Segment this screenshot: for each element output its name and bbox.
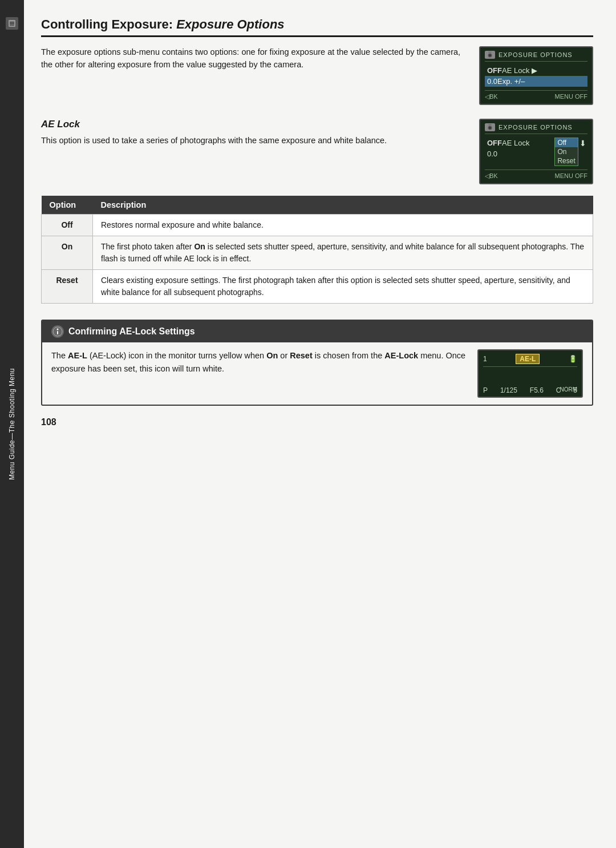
col2-header: Description: [93, 196, 593, 215]
cs2-aelock: AE Lock: [502, 139, 529, 147]
svg-rect-7: [488, 51, 492, 53]
cs1-footer-left: ◁BK: [485, 93, 498, 100]
cs2-footer-left: ◁BK: [485, 172, 498, 180]
cs2-title: EXPOSURE OPTIONS: [499, 124, 573, 131]
confirm-title: Confirming AE-Lock Settings: [68, 326, 195, 337]
monitor-norm: NORM: [560, 386, 577, 393]
table-header: Option Description: [42, 196, 593, 215]
sidebar: Menu Guide—The Shooting Menu: [0, 0, 24, 848]
title-plain: Controlling Exposure:: [41, 17, 176, 31]
table-body: Off Restores normal exposure and white b…: [42, 215, 593, 304]
svg-point-10: [489, 127, 491, 129]
camera-icon-2: [485, 123, 495, 131]
monitor-mockup: 1 AE-L 🔋 P 1/125 F5.6 C 5 NORM: [477, 349, 583, 398]
row3-desc: Clears existing exposure settings. The f…: [93, 270, 593, 304]
camera-icon-1: [485, 51, 495, 59]
cs2-off: OFF: [487, 139, 502, 147]
cs2-main-items: OFFAE Lock 0.0: [485, 138, 532, 159]
cs1-exp: Exp. +/–: [497, 77, 525, 86]
monitor-ae-badge: AE-L: [516, 354, 540, 364]
title-italic: Exposure Options: [176, 17, 284, 31]
main-content: Controlling Exposure: Exposure Options T…: [24, 0, 616, 848]
row2-desc: The first photo taken after On is select…: [93, 236, 593, 270]
cs1-val: 0.0: [487, 77, 497, 86]
monitor-frame-count: 1: [483, 355, 487, 363]
monitor-aperture: F5.6: [530, 386, 544, 394]
camera-screen-2: EXPOSURE OPTIONS OFFAE Lock 0.0 Off On: [479, 119, 593, 184]
table-row: Off Restores normal exposure and white b…: [42, 215, 593, 236]
svg-rect-3: [10, 25, 14, 26]
cs1-arrow: ▶: [532, 66, 537, 75]
row3-option: Reset: [42, 270, 93, 304]
row1-desc: Restores normal exposure and white balan…: [93, 215, 593, 236]
cs1-aelock: AE Lock: [502, 66, 529, 75]
top-section: The exposure options sub-menu contains t…: [41, 46, 593, 105]
confirm-body: The AE-L (AE-Lock) icon in the monitor t…: [51, 349, 583, 398]
cs1-footer: ◁BK MENU OFF: [485, 90, 587, 100]
svg-point-6: [489, 54, 491, 56]
page-title: Controlling Exposure: Exposure Options: [41, 17, 593, 37]
table-row: On The first photo taken after On is sel…: [42, 236, 593, 270]
cs1-footer-right: MENU OFF: [555, 93, 587, 100]
cs2-sub-reset: Reset: [555, 156, 577, 165]
cs1-off: OFF: [487, 66, 502, 75]
cs2-val: 0.0: [487, 150, 497, 158]
monitor-battery-icon: 🔋: [569, 355, 577, 363]
table-header-row: Option Description: [42, 196, 593, 215]
cs2-sub-off: Off: [555, 138, 577, 147]
confirm-icon: [51, 325, 64, 338]
cs2-item2: 0.0: [485, 148, 532, 159]
monitor-top-row: 1 AE-L 🔋: [483, 354, 577, 367]
cs2-footer-right: MENU OFF: [555, 172, 587, 180]
ae-lock-desc: This option is used to take a series of …: [41, 135, 468, 147]
menu-icon: [6, 17, 18, 30]
confirm-text: The AE-L (AE-Lock) icon in the monitor t…: [51, 349, 466, 398]
intro-text: The exposure options sub-menu contains t…: [41, 46, 468, 105]
svg-rect-11: [488, 124, 492, 126]
cs1-item2: 0.0Exp. +/–: [485, 76, 587, 87]
sidebar-label: Menu Guide—The Shooting Menu: [8, 368, 16, 480]
ae-lock-section: AE Lock This option is used to take a se…: [41, 119, 593, 184]
monitor-shutter: 1/125: [500, 386, 517, 394]
svg-rect-1: [10, 22, 14, 23]
cs2-footer: ◁BK MENU OFF: [485, 169, 587, 180]
monitor-p: P: [483, 386, 488, 394]
page-container: Menu Guide—The Shooting Menu Controlling…: [0, 0, 616, 848]
camera-screen-2-header: EXPOSURE OPTIONS: [485, 123, 587, 134]
confirm-header: Confirming AE-Lock Settings: [42, 321, 592, 342]
cs2-submenu: Off On Reset: [554, 138, 578, 166]
cs2-item1-row: OFFAE Lock 0.0 Off On Reset ⬇: [485, 138, 587, 166]
cs2-download-icon: ⬇: [579, 139, 586, 148]
ae-lock-text-block: AE Lock This option is used to take a se…: [41, 119, 468, 184]
camera-screen-1: EXPOSURE OPTIONS OFFAE Lock ▶ 0.0Exp. +/…: [479, 46, 593, 105]
cs2-sub-on: On: [555, 147, 577, 156]
table-row: Reset Clears existing exposure settings.…: [42, 270, 593, 304]
row1-option: Off: [42, 215, 93, 236]
svg-rect-14: [57, 331, 58, 334]
cs1-title: EXPOSURE OPTIONS: [499, 51, 573, 58]
row2-option: On: [42, 236, 93, 270]
options-table: Option Description Off Restores normal e…: [41, 196, 593, 304]
ae-lock-title: AE Lock: [41, 119, 468, 130]
col1-header: Option: [42, 196, 93, 215]
svg-rect-2: [10, 23, 14, 25]
cs1-item1: OFFAE Lock ▶: [485, 65, 587, 76]
confirm-section: Confirming AE-Lock Settings The AE-L (AE…: [41, 320, 593, 406]
page-number: 108: [41, 417, 593, 427]
svg-point-13: [57, 329, 59, 330]
cs2-item1: OFFAE Lock: [485, 138, 532, 148]
camera-screen-1-header: EXPOSURE OPTIONS: [485, 51, 587, 62]
